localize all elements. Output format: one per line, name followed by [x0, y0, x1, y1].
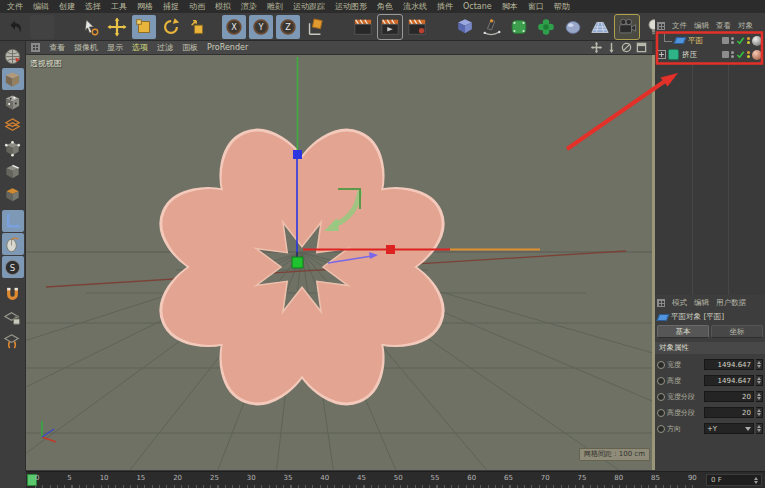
- model-mode-icon[interactable]: [2, 68, 24, 90]
- edges-mode-icon[interactable]: [2, 160, 24, 182]
- recent-tool-icon[interactable]: [186, 15, 210, 39]
- render-picture-viewer-icon[interactable]: [378, 15, 402, 39]
- menu-mograph[interactable]: 运动图形: [335, 1, 367, 12]
- menu-window[interactable]: 窗口: [528, 1, 544, 12]
- expand-icon[interactable]: [657, 50, 666, 59]
- width-segments-field[interactable]: 20: [704, 391, 754, 402]
- orientation-dropdown[interactable]: +Y: [704, 423, 754, 434]
- lock-workplane-icon[interactable]: [2, 306, 24, 328]
- keyframe-dot[interactable]: [657, 409, 665, 417]
- texture-mode-icon[interactable]: [2, 91, 24, 113]
- y-axis-lock-icon[interactable]: Y: [249, 15, 273, 39]
- object-properties-header[interactable]: 对象属性: [655, 342, 765, 354]
- viewport-panel-menu-icon[interactable]: [31, 43, 40, 52]
- current-frame-field[interactable]: 0 F: [706, 474, 762, 486]
- om-menu-objects[interactable]: 对象: [738, 21, 753, 31]
- redo-icon[interactable]: [30, 15, 54, 39]
- keyframe-dot[interactable]: [657, 361, 665, 369]
- am-menu-edit[interactable]: 编辑: [694, 298, 709, 308]
- rotate-view-icon[interactable]: [621, 42, 632, 53]
- menu-select[interactable]: 选择: [85, 1, 101, 12]
- viewport-menu-prorender[interactable]: ProRender: [207, 43, 248, 52]
- make-editable-icon[interactable]: [2, 45, 24, 67]
- live-selection-icon[interactable]: [78, 15, 102, 39]
- om-menu-view[interactable]: 查看: [716, 21, 731, 31]
- object-row-plane[interactable]: 平面: [655, 34, 765, 47]
- viewport-solo-icon[interactable]: [2, 233, 24, 255]
- pan-view-icon[interactable]: [591, 42, 602, 53]
- timeline-ruler[interactable]: 0 5 10 15 20 25 30 35 40 45 50 55 60 65 …: [26, 471, 765, 488]
- object-row-extrude[interactable]: 挤压: [655, 48, 765, 61]
- tab-coordinates[interactable]: 坐标: [711, 325, 763, 338]
- texture-tag-icon[interactable]: [752, 50, 762, 60]
- deform-dots[interactable]: [747, 37, 750, 44]
- viewport-canvas[interactable]: 透视视图 网格间距 : 100 cm: [26, 55, 652, 470]
- menu-edit[interactable]: 编辑: [33, 1, 49, 12]
- om-menu-edit[interactable]: 编辑: [694, 21, 709, 31]
- menu-help[interactable]: 帮助: [554, 1, 570, 12]
- scale-tool-icon[interactable]: [132, 15, 156, 39]
- menu-script[interactable]: 脚本: [502, 1, 518, 12]
- height-segments-field[interactable]: 20: [704, 407, 754, 418]
- floor-icon[interactable]: [588, 15, 612, 39]
- object-label[interactable]: 挤压: [682, 50, 697, 60]
- menu-motion-tracker[interactable]: 运动跟踪: [293, 1, 325, 12]
- viewport-menu-options[interactable]: 选项: [132, 42, 148, 53]
- om-menu-file[interactable]: 文件: [672, 21, 687, 31]
- x-axis-handle[interactable]: [386, 245, 395, 254]
- snap-icon[interactable]: S: [2, 256, 24, 278]
- menu-simulate[interactable]: 模拟: [215, 1, 231, 12]
- height-stepper[interactable]: [756, 375, 763, 386]
- deformer-icon[interactable]: [534, 15, 558, 39]
- viewport-menu-cameras[interactable]: 摄像机: [74, 42, 98, 53]
- y-axis-handle[interactable]: [293, 150, 302, 159]
- viewport-menu-filter[interactable]: 过滤: [157, 42, 173, 53]
- view-label[interactable]: 透视视图: [30, 58, 62, 69]
- height-field[interactable]: 1494.647: [704, 375, 754, 386]
- workplane-icon[interactable]: [2, 329, 24, 351]
- enabled-check-icon[interactable]: [736, 36, 745, 45]
- object-label[interactable]: 平面: [688, 36, 703, 46]
- magnet-snap-icon[interactable]: [2, 283, 24, 305]
- camera-icon[interactable]: [615, 15, 639, 39]
- layer-chip[interactable]: [722, 37, 729, 44]
- viewport-menu-display[interactable]: 显示: [107, 42, 123, 53]
- keyframe-dot[interactable]: [657, 425, 665, 433]
- viewport-menu-panel[interactable]: 面板: [182, 42, 198, 53]
- enabled-check-icon[interactable]: [736, 50, 745, 59]
- keyframe-dot[interactable]: [657, 377, 665, 385]
- render-view-icon[interactable]: [351, 15, 375, 39]
- am-menu-userdata[interactable]: 用户数据: [716, 298, 746, 308]
- menu-file[interactable]: 文件: [7, 1, 23, 12]
- spline-pen-icon[interactable]: [480, 15, 504, 39]
- rotate-tool-icon[interactable]: [159, 15, 183, 39]
- object-manager-empty-area[interactable]: [655, 63, 765, 295]
- visibility-dots[interactable]: [731, 51, 734, 58]
- menu-mesh[interactable]: 网格: [137, 1, 153, 12]
- menu-plugins[interactable]: 插件: [437, 1, 453, 12]
- maximize-view-icon[interactable]: [636, 42, 647, 53]
- menu-pipeline[interactable]: 流水线: [403, 1, 427, 12]
- attribute-panel-icon[interactable]: [657, 299, 665, 307]
- undo-icon[interactable]: [3, 15, 27, 39]
- subdivision-surface-icon[interactable]: [507, 15, 531, 39]
- menu-tools[interactable]: 工具: [111, 1, 127, 12]
- menu-render[interactable]: 渲染: [241, 1, 257, 12]
- move-tool-icon[interactable]: [105, 15, 129, 39]
- viewport-menu-view[interactable]: 查看: [49, 42, 65, 53]
- menu-octane[interactable]: Octane: [463, 2, 492, 11]
- menu-animate[interactable]: 动画: [189, 1, 205, 12]
- keyframe-dot[interactable]: [657, 393, 665, 401]
- orientation-stepper[interactable]: [756, 423, 763, 434]
- menu-snap[interactable]: 捕捉: [163, 1, 179, 12]
- primitive-cube-icon[interactable]: [453, 15, 477, 39]
- width-stepper[interactable]: [756, 359, 763, 370]
- points-mode-icon[interactable]: [2, 137, 24, 159]
- frame-stepper[interactable]: [752, 475, 759, 485]
- height-segments-stepper[interactable]: [756, 407, 763, 418]
- menu-character[interactable]: 角色: [377, 1, 393, 12]
- menu-sculpt[interactable]: 雕刻: [267, 1, 283, 12]
- workplane-mode-icon[interactable]: [2, 114, 24, 136]
- object-manager-panel-icon[interactable]: [657, 22, 665, 30]
- enable-axis-icon[interactable]: [2, 210, 24, 232]
